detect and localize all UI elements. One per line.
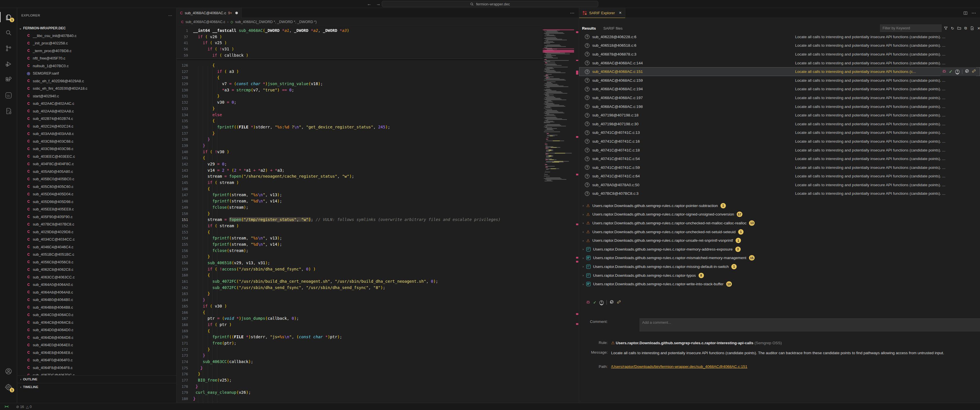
line-number[interactable]: 137: [177, 130, 188, 137]
file-item[interactable]: Csub_4064F0@4064F0.c: [18, 356, 177, 364]
file-item[interactable]: C_init_proc@402258.c: [18, 40, 177, 47]
line-number[interactable]: 1: [177, 28, 188, 34]
line-number[interactable]: 157: [177, 254, 188, 260]
result-row[interactable]: ?sub_406228@406228.c:6Locate all calls t…: [579, 32, 980, 41]
code-line[interactable]: 160 {: [177, 272, 543, 278]
line-number[interactable]: 59: [177, 52, 188, 59]
activity-run-debug-icon[interactable]: [0, 57, 17, 72]
code-line[interactable]: 129 v7 = (const char *)json_string_value…: [177, 81, 543, 87]
line-number[interactable]: 176: [177, 371, 188, 377]
code-line[interactable]: 153 {: [177, 229, 543, 235]
activity-settings-icon[interactable]: 1: [0, 380, 17, 395]
line-number[interactable]: 139: [177, 143, 188, 149]
line-number[interactable]: 143: [177, 167, 188, 174]
rule-group-row[interactable]: ›⚠Users.raptor.Downloads.github.semgrep-…: [579, 201, 980, 210]
folder-open-icon[interactable]: [957, 26, 961, 30]
line-number[interactable]: 160: [177, 272, 188, 278]
file-item[interactable]: Csstic_eh_f_402D98@4029A8.c: [18, 77, 177, 85]
tab-sarif-files[interactable]: SARIF files: [603, 26, 623, 30]
result-row[interactable]: ?sub_406518@406518.c:6Locate all calls t…: [579, 41, 980, 50]
file-item[interactable]: Csub_402A4C@402A4C.c: [18, 100, 177, 108]
code-line[interactable]: 165 if ( v30 ): [177, 303, 543, 310]
tab-results[interactable]: Results: [582, 26, 596, 30]
line-number[interactable]: 135: [177, 118, 188, 124]
remote-indicator[interactable]: ><: [5, 405, 8, 408]
line-number[interactable]: 129: [177, 81, 188, 87]
line-number[interactable]: 175: [177, 365, 188, 371]
line-number[interactable]: 134: [177, 112, 188, 118]
line-number[interactable]: 174: [177, 359, 188, 365]
code-line[interactable]: 146 {: [177, 186, 543, 192]
result-row[interactable]: ?sub_4068AC@4068AC.c:159Locate all calls…: [579, 76, 980, 85]
activity-codeql-icon[interactable]: QL: [0, 88, 17, 103]
copy-icon[interactable]: ⧉: [964, 26, 967, 30]
code-line[interactable]: 168 if ( ptr ): [177, 322, 543, 328]
code-line[interactable]: 135 {: [177, 118, 543, 124]
activity-account-icon[interactable]: [0, 364, 17, 379]
github-icon[interactable]: [610, 300, 614, 305]
file-item[interactable]: Csub_4062C8@4062C8.c: [18, 266, 177, 273]
result-row[interactable]: ?sub_4068AC@4068AC.c:151Locate all calls…: [579, 67, 980, 76]
mark-false-positive-icon[interactable]: ✓: [593, 300, 597, 305]
result-row[interactable]: ?sub_407BC8@407BC8.c:3Locate all calls t…: [579, 189, 980, 198]
line-number[interactable]: 161: [177, 278, 188, 285]
file-item[interactable]: Csstic_eh_fini_402E00@402A18.c: [18, 85, 177, 92]
line-number[interactable]: 126: [177, 62, 188, 68]
file-item[interactable]: Csub_4034CC@4034CC.c: [18, 236, 177, 243]
file-item[interactable]: Csub_4064C8@4064C8.c: [18, 319, 177, 326]
activity-explorer-icon[interactable]: 1: [0, 10, 17, 24]
line-number[interactable]: 147: [177, 192, 188, 198]
line-number[interactable]: 37: [177, 34, 188, 40]
file-item[interactable]: Csub_4064A0@4064A0.c: [18, 281, 177, 289]
code-line[interactable]: 134 else: [177, 112, 543, 118]
result-row[interactable]: ?sub_40741C@40741C.c:64Locate all calls …: [579, 172, 980, 181]
line-number[interactable]: 148: [177, 198, 188, 205]
refresh-icon[interactable]: ↻: [951, 26, 954, 30]
line-number[interactable]: 151: [177, 217, 188, 223]
code-line[interactable]: 169 {: [177, 328, 543, 334]
line-number[interactable]: 172: [177, 346, 188, 353]
file-item[interactable]: Csub_4046C4@4046C4.c: [18, 243, 177, 251]
file-item[interactable]: Cnftl_free@405F70.c: [18, 55, 177, 62]
code-line[interactable]: 171 free(ptr);: [177, 340, 543, 346]
status-not-set-icon[interactable]: ?: [600, 300, 604, 305]
line-number[interactable]: 168: [177, 322, 188, 328]
line-number[interactable]: 152: [177, 223, 188, 229]
result-row[interactable]: ?sub_40741C@40741C.c:59Locate all calls …: [579, 163, 980, 172]
line-number[interactable]: 170: [177, 334, 188, 340]
minimap[interactable]: [543, 26, 574, 403]
permalink-icon[interactable]: [972, 69, 976, 74]
file-item[interactable]: Csub_405F90@405F90.c: [18, 213, 177, 221]
outline-section[interactable]: › OUTLINE: [18, 375, 177, 383]
mark-bug-icon[interactable]: [942, 69, 947, 74]
line-number[interactable]: 180: [177, 396, 188, 402]
result-row[interactable]: ?sub_40741C@40741C.c:13Locate all calls …: [579, 129, 980, 137]
file-item[interactable]: Csub_4064F8@4064F8.c: [18, 364, 177, 372]
breadcrumb[interactable]: C sub_4068AC@4068AC.c › ◇ sub_4068AC(_DW…: [177, 18, 579, 26]
code-line[interactable]: 178 }^: [177, 383, 543, 390]
line-number[interactable]: 178: [177, 383, 188, 390]
modified-dot-icon[interactable]: [235, 12, 238, 14]
file-item[interactable]: Csub_405A80@405A80.c: [18, 168, 177, 175]
split-editor-icon[interactable]: [964, 11, 967, 15]
result-row[interactable]: ?sub_406878@406878.c:3Locate all calls t…: [579, 50, 980, 59]
problems-status[interactable]: ⊘ 16 △ 0: [16, 405, 32, 409]
line-number[interactable]: 165: [177, 303, 188, 310]
file-item[interactable]: Csub_4029D8@4029D8.c: [18, 228, 177, 236]
file-item[interactable]: Csub_405C60@405C60.c: [18, 183, 177, 191]
code-line[interactable]: 156 fclose(stream);: [177, 248, 543, 254]
line-number[interactable]: 153: [177, 229, 188, 235]
activity-search-icon[interactable]: [0, 25, 17, 40]
file-item[interactable]: Cstart@402940.c: [18, 92, 177, 100]
file-item[interactable]: Csub_407BC8@407BC8.c: [18, 221, 177, 228]
github-icon[interactable]: [965, 69, 969, 74]
code-line[interactable]: 157 }: [177, 254, 543, 260]
mark-false-positive-icon[interactable]: ✓: [949, 69, 953, 74]
filter-input[interactable]: Filter by Keyword: [880, 24, 942, 32]
code-line[interactable]: 163 }^: [177, 291, 543, 297]
line-number[interactable]: 167: [177, 315, 188, 322]
result-row[interactable]: ?sub_40741C@40741C.c:16Locate all calls …: [579, 137, 980, 146]
code-line[interactable]: 1__int64 __fastcall sub_4068AC(_DWORD *a…: [177, 28, 543, 34]
line-number[interactable]: 41: [177, 40, 188, 46]
code-line[interactable]: 147 fprintf(stream, "%s\n", v13);: [177, 192, 543, 198]
